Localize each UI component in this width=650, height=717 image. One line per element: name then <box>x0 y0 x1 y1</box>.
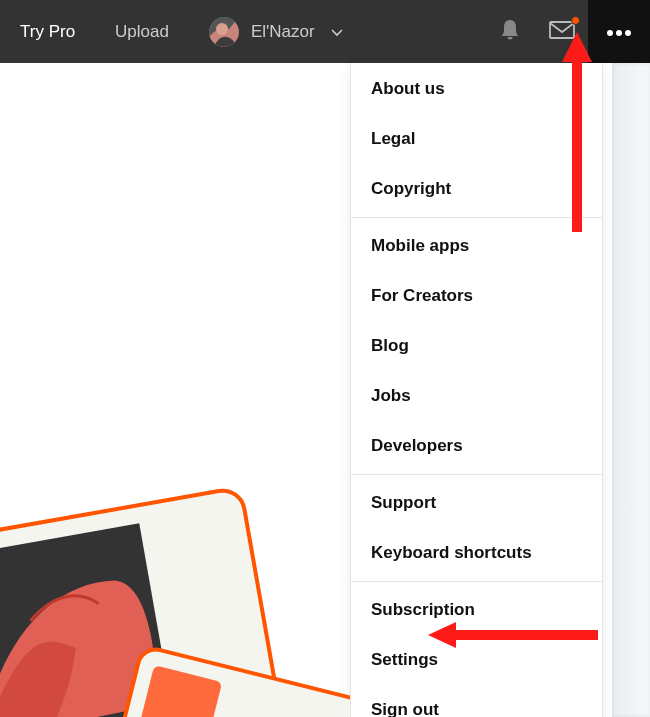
more-dropdown-menu: About us Legal Copyright Mobile apps For… <box>350 63 603 717</box>
menu-divider <box>351 217 602 218</box>
menu-item-keyboard-shortcuts[interactable]: Keyboard shortcuts <box>351 527 602 577</box>
try-pro-link[interactable]: Try Pro <box>0 0 95 63</box>
menu-item-support[interactable]: Support <box>351 477 602 527</box>
avatar <box>209 17 239 47</box>
svg-rect-7 <box>0 487 282 717</box>
svg-rect-11 <box>114 646 350 717</box>
chevron-down-icon <box>331 23 343 41</box>
user-menu-button[interactable]: El'Nazor <box>189 0 357 63</box>
menu-item-subscription[interactable]: Subscription <box>351 584 602 634</box>
username-label: El'Nazor <box>251 22 315 42</box>
svg-rect-12 <box>135 665 222 717</box>
menu-divider <box>351 581 602 582</box>
menu-item-jobs[interactable]: Jobs <box>351 370 602 420</box>
notifications-button[interactable] <box>484 0 536 63</box>
svg-point-4 <box>607 30 613 36</box>
menu-item-about-us[interactable]: About us <box>351 63 602 113</box>
menu-divider <box>351 474 602 475</box>
svg-point-5 <box>616 30 622 36</box>
menu-item-developers[interactable]: Developers <box>351 420 602 470</box>
notification-dot-icon <box>571 16 580 25</box>
promo-card-image <box>0 430 350 717</box>
menu-item-copyright[interactable]: Copyright <box>351 163 602 213</box>
menu-item-settings[interactable]: Settings <box>351 634 602 684</box>
svg-rect-10 <box>0 704 286 717</box>
messages-button[interactable] <box>536 0 588 63</box>
menu-item-mobile-apps[interactable]: Mobile apps <box>351 220 602 270</box>
upload-link[interactable]: Upload <box>95 0 189 63</box>
bell-icon <box>499 18 521 46</box>
menu-item-sign-out[interactable]: Sign out <box>351 684 602 717</box>
svg-point-2 <box>216 23 228 35</box>
menu-item-for-creators[interactable]: For Creators <box>351 270 602 320</box>
svg-point-9 <box>51 606 90 632</box>
menu-item-blog[interactable]: Blog <box>351 320 602 370</box>
svg-point-6 <box>625 30 631 36</box>
more-menu-button[interactable] <box>588 0 650 63</box>
svg-rect-8 <box>0 523 175 717</box>
top-navbar: Try Pro Upload <box>0 0 650 63</box>
background-panel <box>612 63 650 717</box>
envelope-icon <box>549 21 575 43</box>
more-ellipsis-icon <box>605 23 633 41</box>
menu-item-legal[interactable]: Legal <box>351 113 602 163</box>
svg-rect-3 <box>550 22 574 38</box>
